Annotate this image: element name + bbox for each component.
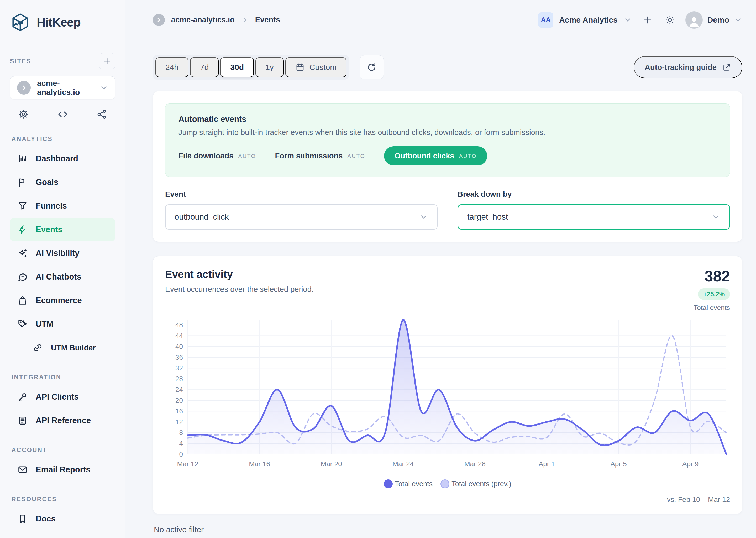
auto-tracking-guide-button[interactable]: Auto-tracking guide <box>634 56 742 78</box>
time-range-label: 7d <box>200 63 209 72</box>
dashboard-icon <box>17 153 28 164</box>
svg-text:24: 24 <box>175 386 183 394</box>
auto-tracking-guide-label: Auto-tracking guide <box>645 63 717 72</box>
total-events-label: Total events <box>693 304 730 312</box>
total-events-value: 382 <box>693 268 730 284</box>
svg-text:Mar 16: Mar 16 <box>249 460 270 468</box>
legend-item-total-events[interactable]: Total events <box>384 479 433 488</box>
add-button[interactable] <box>641 13 654 27</box>
brand-logo: HitKeep <box>10 12 115 32</box>
sidebar-item-label: Events <box>36 225 63 234</box>
sidebar-item-ai-chatbots[interactable]: AI Chatbots <box>10 265 115 289</box>
event-select-label: Event <box>165 190 438 198</box>
svg-text:8: 8 <box>179 429 183 437</box>
event-activity-card: Event activity Event occurrences over th… <box>153 256 742 514</box>
sidebar-item-goals[interactable]: Goals <box>10 171 115 194</box>
event-select[interactable]: outbound_click <box>165 204 438 230</box>
sidebar-item-api-clients[interactable]: API Clients <box>10 385 115 409</box>
svg-text:48: 48 <box>175 321 183 329</box>
breakdown-select-value: target_host <box>467 212 508 222</box>
auto-badge: AUTO <box>347 153 365 159</box>
mail-icon <box>17 464 28 475</box>
external-link-icon <box>722 63 731 72</box>
share-icon[interactable] <box>96 109 107 120</box>
sidebar-item-api-reference[interactable]: API Reference <box>10 409 115 432</box>
time-range-row: 24h7d30d1yCustom Auto-tracking guide <box>153 55 742 80</box>
sidebar-item-ai-visibility[interactable]: AI Visibility <box>10 242 115 265</box>
brand-name: HitKeep <box>37 15 80 29</box>
auto-event-chip-file-downloads[interactable]: File downloadsAUTO <box>178 152 256 160</box>
svg-text:4: 4 <box>179 440 183 447</box>
svg-text:Mar 12: Mar 12 <box>177 460 199 468</box>
legend-dot-icon <box>441 479 449 488</box>
sidebar-item-label: UTM Builder <box>51 344 96 352</box>
svg-text:20: 20 <box>175 397 183 404</box>
automatic-event-chips: File downloadsAUTOForm submissionsAUTOOu… <box>178 146 717 166</box>
doc-icon <box>17 415 28 426</box>
auto-badge: AUTO <box>238 153 256 159</box>
svg-text:Apr 1: Apr 1 <box>539 460 555 468</box>
svg-text:Mar 20: Mar 20 <box>321 460 342 468</box>
svg-text:Mar 28: Mar 28 <box>464 460 486 468</box>
sidebar: HitKeep SITES acme-analytics.io ANALYTIC… <box>0 0 125 538</box>
time-range-30d-button[interactable]: 30d <box>220 57 254 77</box>
add-site-button[interactable] <box>99 53 115 69</box>
activity-subtitle: Event occurrences over the selected peri… <box>165 285 314 294</box>
svg-text:44: 44 <box>175 332 183 340</box>
avatar <box>685 11 703 28</box>
legend-label: Total events (prev.) <box>451 480 511 488</box>
event-select-value: outbound_click <box>174 212 229 222</box>
chevron-down-icon <box>419 213 428 221</box>
automatic-events-banner: Automatic events Jump straight into buil… <box>165 103 730 177</box>
sidebar-item-docs[interactable]: Docs <box>10 507 115 531</box>
svg-text:36: 36 <box>175 353 183 361</box>
sidebar-item-label: Ecommerce <box>36 296 82 305</box>
event-filters-card: Automatic events Jump straight into buil… <box>153 91 742 242</box>
sidebar-item-email-reports[interactable]: Email Reports <box>10 458 115 482</box>
topbar: acme-analytics.io Events AA Acme Analyti… <box>125 0 756 40</box>
user-name: Demo <box>707 16 729 25</box>
breadcrumb-site[interactable]: acme-analytics.io <box>171 16 235 24</box>
legend-item-total-events-prev-[interactable]: Total events (prev.) <box>441 479 511 488</box>
sidebar-item-utm[interactable]: UTM <box>10 312 115 336</box>
auto-event-chip-outbound-clicks[interactable]: Outbound clicksAUTO <box>384 146 487 166</box>
org-switcher[interactable]: AA Acme Analytics <box>538 12 632 27</box>
settings-icon[interactable] <box>18 109 29 120</box>
event-activity-chart: 04812162024283236404448Mar 12Mar 16Mar 2… <box>165 315 730 478</box>
code-snippet-icon[interactable] <box>57 109 68 120</box>
activity-title: Event activity <box>165 268 314 280</box>
flag-icon <box>17 177 28 188</box>
chat-icon <box>17 272 28 282</box>
chip-label: Outbound clicks <box>395 152 454 160</box>
sidebar-item-label: UTM <box>36 319 53 329</box>
time-range-custom-button[interactable]: Custom <box>285 57 347 77</box>
site-selector[interactable]: acme-analytics.io <box>10 76 115 99</box>
selected-site-name: acme-analytics.io <box>37 79 93 97</box>
org-initials-badge: AA <box>538 12 553 27</box>
time-range-7d-button[interactable]: 7d <box>190 57 219 77</box>
chevron-down-icon <box>100 83 108 92</box>
refresh-button[interactable] <box>359 55 384 79</box>
sidebar-item-ecommerce[interactable]: Ecommerce <box>10 289 115 312</box>
hitkeep-cube-logo-icon <box>10 12 30 32</box>
legend-label: Total events <box>395 480 433 488</box>
breakdown-select[interactable]: target_host <box>457 204 730 230</box>
user-menu[interactable]: Demo <box>685 11 742 28</box>
auto-event-chip-form-submissions[interactable]: Form submissionsAUTO <box>275 152 365 160</box>
time-range-segmented-control: 24h7d30d1yCustom <box>153 55 349 80</box>
banner-title: Automatic events <box>178 115 717 124</box>
chip-label: File downloads <box>178 152 233 160</box>
sidebar-item-label: API Reference <box>36 416 91 425</box>
sidebar-item-events[interactable]: Events <box>10 218 115 242</box>
chip-label: Form submissions <box>275 152 343 160</box>
tag-icon <box>17 319 28 329</box>
time-range-1y-button[interactable]: 1y <box>256 57 284 77</box>
theme-toggle-sun-icon[interactable] <box>663 13 677 27</box>
sidebar-item-dashboard[interactable]: Dashboard <box>10 147 115 171</box>
breadcrumb-site-avatar-icon <box>153 14 165 26</box>
time-range-24h-button[interactable]: 24h <box>155 57 188 77</box>
sidebar-item-utm-builder[interactable]: UTM Builder <box>10 336 115 360</box>
chevron-right-icon <box>241 16 249 24</box>
sidebar-item-funnels[interactable]: Funnels <box>10 194 115 218</box>
funnel-icon <box>17 201 28 211</box>
